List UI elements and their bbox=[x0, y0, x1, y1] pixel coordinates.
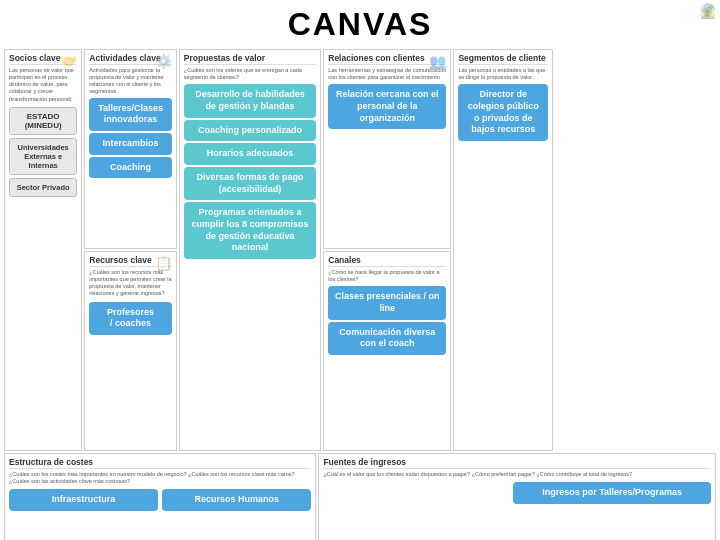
clases-presenciales-card: Clases presenciales / on line bbox=[328, 286, 446, 319]
socios-section: Socios clave 🤝 Las personas de valor que… bbox=[4, 49, 82, 451]
recursos-section: Recursos clave 📋 ¿Cuáles son los recurso… bbox=[84, 251, 177, 451]
universidades-badge: Universidades Externas e Internas bbox=[9, 138, 77, 175]
canales-text: ¿Cómo se hace llegar la propuesta de val… bbox=[328, 269, 446, 283]
propuestas-title: Propuestas de valor bbox=[184, 53, 316, 65]
relaciones-column: Relaciones con clientes 👥 Las herramient… bbox=[323, 49, 451, 451]
recursos-icon: 📋 bbox=[155, 255, 172, 271]
relaciones-icon: 👥 bbox=[429, 53, 446, 69]
coaching-card: Coaching personalizado bbox=[184, 120, 316, 142]
canales-section: Canales ¿Cómo se hace llegar la propuest… bbox=[323, 251, 451, 451]
estado-badge: ESTADO(MINEDU) bbox=[9, 107, 77, 135]
actividades-text: Actividades para gestionar la propuesta … bbox=[89, 67, 172, 96]
propuestas-section: Propuestas de valor 💎 ¿Cuáles son los va… bbox=[179, 49, 321, 451]
comunicacion-card: Comunicación diversa con el coach bbox=[328, 322, 446, 355]
sector-badge: Sector Privado bbox=[9, 178, 77, 197]
bottom-grid: Estructura de costes 📄 ¿Cuáles son los c… bbox=[4, 453, 716, 540]
segmentos-title: Segmentos de cliente bbox=[458, 53, 548, 65]
habilidades-card: Desarrollo de habilidades de gestión y b… bbox=[184, 84, 316, 117]
ingresos-card: Ingresos por Talleres/Programas bbox=[513, 482, 711, 504]
talleres-card: Talleres/Clasesinnovadoras bbox=[89, 98, 172, 131]
estructura-title: Estructura de costes bbox=[9, 457, 311, 469]
canales-title: Canales bbox=[328, 255, 446, 267]
horarios-card: Horarios adecuados bbox=[184, 143, 316, 165]
relaciones-text: Las herramientas y estrategias de comuni… bbox=[328, 67, 446, 81]
fuentes-cards: Ingresos por Talleres/Programas bbox=[323, 480, 711, 506]
fuentes-icon: 💰 bbox=[699, 3, 716, 19]
profesores-card: Profesores/ coaches bbox=[89, 302, 172, 335]
estructura-text: ¿Cuáles son los costes más importantes e… bbox=[9, 471, 311, 485]
socios-column: Socios clave 🤝 Las personas de valor que… bbox=[4, 49, 82, 451]
recursos-humanos-card: Recursos Humanos bbox=[162, 489, 311, 511]
fuentes-section: Fuentes de ingresos 💰 ¿Cuál es el valor … bbox=[318, 453, 716, 540]
fuentes-text: ¿Cuál es el valor que los clientes están… bbox=[323, 471, 711, 478]
infraestructura-card: Infraestructura bbox=[9, 489, 158, 511]
propuestas-text: ¿Cuáles son los valores que se entregan … bbox=[184, 67, 316, 81]
socios-text: Las personas de valor que participan en … bbox=[9, 67, 77, 103]
relacion-cercana-card: Relación cercana con el personal de la o… bbox=[328, 84, 446, 129]
page-title: CANVAS bbox=[0, 0, 720, 47]
intercambios-card: Intercambios bbox=[89, 133, 172, 155]
coaching-act-card: Coaching bbox=[89, 157, 172, 179]
segmentos-text: Las personas o entidades a las que se di… bbox=[458, 67, 548, 81]
relaciones-section: Relaciones con clientes 👥 Las herramient… bbox=[323, 49, 451, 249]
fuentes-title: Fuentes de ingresos bbox=[323, 457, 711, 469]
recursos-text: ¿Cuáles son los recursos más importantes… bbox=[89, 269, 172, 298]
actividades-section: Actividades clave ⚙️ Actividades para ge… bbox=[84, 49, 177, 249]
segmentos-section: Segmentos de cliente 👤 Las personas o en… bbox=[453, 49, 553, 451]
estructura-cards: Infraestructura Recursos Humanos bbox=[9, 487, 311, 513]
director-card: Director de colegios público o privados … bbox=[458, 84, 548, 141]
pago-card: Diversas formas de pago (accesibilidad) bbox=[184, 167, 316, 200]
actividades-icon: ⚙️ bbox=[155, 53, 172, 69]
main-grid: Socios clave 🤝 Las personas de valor que… bbox=[4, 49, 716, 451]
canvas-container: Socios clave 🤝 Las personas de valor que… bbox=[0, 47, 720, 540]
socios-icon: 🤝 bbox=[60, 53, 77, 69]
actividades-column: Actividades clave ⚙️ Actividades para ge… bbox=[84, 49, 177, 451]
estructura-section: Estructura de costes 📄 ¿Cuáles son los c… bbox=[4, 453, 316, 540]
programas-card: Programas orientados a cumplir los 8 com… bbox=[184, 202, 316, 259]
